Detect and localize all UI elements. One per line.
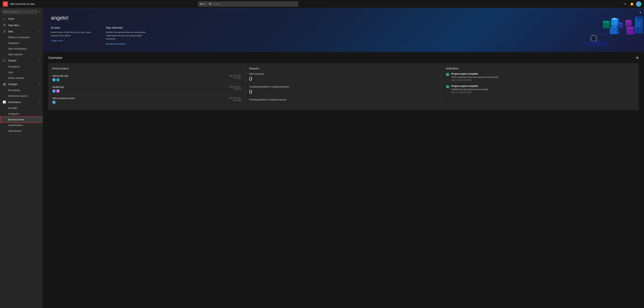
notifications-button[interactable]: 🔔	[629, 1, 634, 7]
project-date: Feb 03, 2021 1:25 PM	[229, 86, 241, 90]
search-area: All ▾ 🔍	[198, 1, 298, 7]
collapse-icon[interactable]: ⬇	[39, 10, 41, 13]
search-input-wrap: 🔍	[207, 1, 298, 7]
svg-point-2	[592, 37, 595, 40]
cast-icon-button[interactable]: ⊹	[622, 1, 628, 7]
data-icon: ⣿	[3, 30, 6, 33]
svg-rect-8	[603, 21, 610, 23]
governance-section-label: Governance	[8, 101, 21, 103]
svg-point-29	[614, 33, 614, 34]
sidebar-item-platform-connections[interactable]: Platform connections	[0, 34, 43, 40]
sidebar-item-categories[interactable]: Categories	[0, 111, 43, 117]
sidebar: ⬇ ⌂ Home ☑ Task inbox ⣿ Data ∧ Platform …	[0, 8, 43, 308]
svg-rect-22	[630, 20, 632, 26]
hamburger-button[interactable]: ☰	[3, 1, 8, 7]
user-avatar[interactable]	[636, 1, 641, 7]
task-inbox-label: Task inbox	[8, 24, 40, 27]
svg-rect-24	[636, 18, 637, 28]
project-item: HealthCare Feb 03, 2021 1:25 PM	[52, 84, 241, 95]
search-scope-label: All	[200, 3, 202, 5]
settings-icon: ⚙	[636, 56, 639, 59]
chevron-down-icon: ▾	[204, 3, 205, 5]
notifications-card: Notifications ✓ Project export complete …	[442, 63, 639, 110]
hero-banner: angelo! ld users nnect to your LDAP serv…	[43, 8, 644, 52]
notif-desc: HealthCare was exported successfully.	[451, 88, 489, 91]
projects-chevron-icon: ∧	[39, 59, 40, 62]
hero-card-stay-informed: Stay informed Monitor the services that …	[106, 26, 153, 45]
projects-section-label: Projects	[8, 59, 16, 62]
hero-illustration: ∧	[344, 8, 644, 52]
project-avatars	[52, 89, 64, 93]
overview-settings-button[interactable]: ⚙	[636, 56, 639, 60]
catalogs-section-label: Catalogs	[8, 83, 17, 85]
notif-date: Feb 03, 2021 2:21 PM	[451, 79, 498, 81]
sidebar-item-active-runtimes[interactable]: Active runtimes	[0, 75, 43, 81]
project-avatar	[52, 101, 56, 104]
sidebar-section-data[interactable]: ⣿ Data ∧	[0, 28, 43, 34]
sidebar-filter-input[interactable]	[2, 9, 38, 14]
sidebar-item-all-catalogs[interactable]: All catalogs	[0, 87, 43, 93]
top-navigation: ☰ IBM Cloud Pak for Data All ▾ 🔍 ⊹ 🔔	[0, 0, 644, 8]
sidebar-item-business-terms[interactable]: Business terms	[0, 117, 43, 122]
add-users-desc: nnect to your LDAP server. en, give user…	[51, 31, 98, 37]
governance-chevron-icon: ∧	[39, 101, 40, 103]
sidebar-item-all-drafts[interactable]: All drafts	[0, 105, 43, 111]
app-brand: IBM Cloud Pak for Data	[10, 3, 35, 5]
hero-illustration-svg	[577, 11, 644, 48]
add-users-title: ld users	[51, 26, 98, 29]
requests-title: Requests	[249, 67, 438, 70]
notification-item: ✓ Project export complete HealthCare was…	[446, 85, 634, 94]
sidebar-item-jobs[interactable]: Jobs	[0, 69, 43, 75]
sidebar-section-governance[interactable]: ⬜ Governance ∧	[0, 99, 43, 105]
project-name: Openscale-sda	[52, 74, 68, 77]
svg-point-28	[607, 35, 608, 35]
sidebar-item-data-classes[interactable]: Data classes	[0, 128, 43, 134]
bell-icon: 🔔	[630, 2, 634, 6]
sidebar-section-catalogs[interactable]: ▤ Catalogs ∧	[0, 81, 43, 87]
sidebar-item-databases[interactable]: Databases	[0, 40, 43, 46]
sidebar-item-information-assets[interactable]: Information assets	[0, 93, 43, 99]
svg-rect-10	[611, 19, 618, 25]
notification-item: ✓ Project export complete Telco-customer…	[446, 72, 634, 81]
hero-content: angelo! ld users nnect to your LDAP serv…	[51, 15, 153, 45]
svg-rect-27	[641, 19, 642, 29]
svg-point-31	[627, 28, 628, 29]
svg-rect-25	[637, 19, 638, 27]
hero-greeting: angelo!	[51, 15, 153, 21]
hero-collapse-button[interactable]: ∧	[639, 11, 641, 14]
svg-point-30	[620, 31, 621, 32]
svg-rect-14	[618, 23, 623, 28]
overview-title: Overview	[48, 56, 62, 60]
nav-actions: ⊹ 🔔	[622, 1, 641, 7]
chevron-up-icon: ∧	[639, 11, 641, 14]
sidebar-item-data-virtualization[interactable]: Data virtualization	[0, 46, 43, 51]
recent-projects-title: Recent projects	[52, 67, 241, 70]
hero-card-add-users: ld users nnect to your LDAP server. en, …	[51, 26, 98, 45]
sidebar-item-all-projects[interactable]: All projects	[0, 64, 43, 69]
hero-cards: ld users nnect to your LDAP server. en, …	[51, 26, 153, 45]
notif-desc: Telco-customer-churn was exported succes…	[451, 76, 498, 78]
project-date: Mar 09, 2021 7:05 AM	[229, 74, 241, 79]
recent-projects-card: Recent projects Openscale-sda Mar 09, 20…	[48, 63, 245, 110]
svg-rect-20	[626, 21, 630, 26]
svg-rect-21	[626, 20, 630, 21]
notifications-title: Notifications	[446, 67, 634, 70]
sidebar-item-home[interactable]: ⌂ Home	[0, 15, 43, 22]
manage-users-link[interactable]: anage users	[51, 39, 63, 42]
home-label: Home	[8, 17, 40, 20]
manage-platform-link[interactable]: Manage the platform	[106, 43, 126, 45]
search-input[interactable]	[213, 3, 296, 5]
project-avatar	[52, 89, 56, 93]
search-scope-button[interactable]: All ▾	[198, 1, 207, 7]
request-item-data-requests: Data requests 0	[249, 72, 438, 82]
success-icon: ✓	[446, 85, 449, 88]
task-inbox-icon: ☑	[3, 23, 6, 27]
request-item-pending: Pending publish to catalog requests	[249, 98, 438, 101]
sidebar-item-classifications[interactable]: Classifications	[0, 122, 43, 128]
main-content: angelo! ld users nnect to your LDAP serv…	[43, 8, 644, 308]
svg-point-13	[614, 17, 616, 19]
sidebar-item-task-inbox[interactable]: ☑ Task inbox	[0, 22, 43, 28]
sidebar-section-projects[interactable]: ⬡ Projects ∧	[0, 57, 43, 64]
sidebar-item-data-requests[interactable]: Data requests	[0, 51, 43, 57]
overview-section: Overview ⚙ Recent projects Openscale-sda	[43, 52, 644, 114]
